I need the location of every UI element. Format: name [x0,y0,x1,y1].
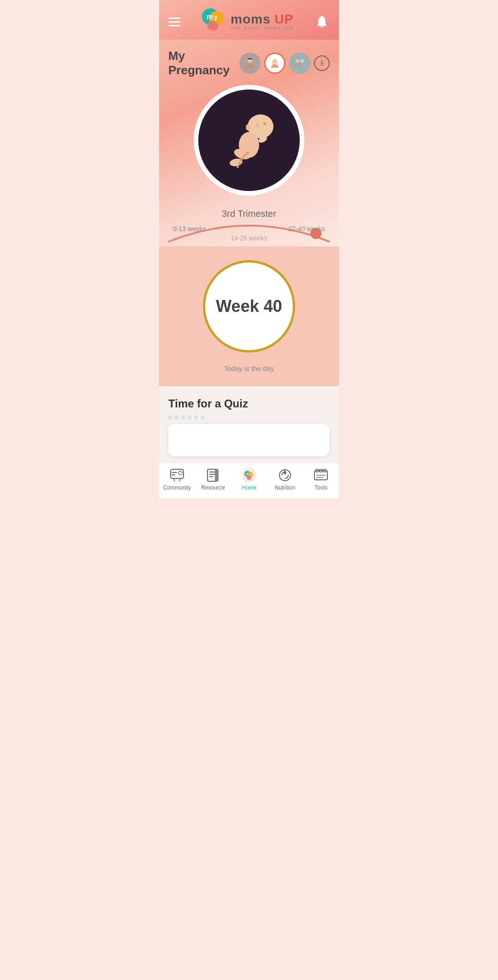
couple-icon-button[interactable] [289,53,310,74]
week-number: Week 40 [216,297,282,316]
nav-label-nutrition: Nutrition [275,484,296,491]
svg-point-32 [247,476,251,480]
nav-item-home[interactable]: m y Home [231,468,267,491]
week-range-start: 0-13 weeks [173,225,206,233]
svg-point-19 [263,122,266,125]
quiz-carousel-dots [168,416,330,419]
notification-button[interactable] [314,14,330,30]
nav-item-community[interactable]: Community [159,468,195,491]
brand-name: moms UP [231,13,294,26]
nav-label-resource: Resource [201,484,225,491]
svg-point-9 [273,59,277,63]
carousel-dot-5 [194,416,198,419]
svg-text:y: y [249,472,251,475]
info-button[interactable]: i [314,55,330,71]
svg-point-11 [300,59,304,63]
fetus-container [168,85,330,196]
section-title: My Pregnancy [168,49,239,78]
menu-button[interactable] [168,18,180,26]
icon-row: i [239,53,330,74]
logo: m y moms UP THE HAPPY MOMS APP [200,8,294,35]
carousel-dot-4 [188,416,191,419]
week-range-mid: 14-26 weeks [231,234,267,242]
svg-point-18 [255,123,259,128]
nav-label-community: Community [163,484,191,491]
quiz-card-preview[interactable] [168,424,330,456]
week-subtitle: Today is the day [224,365,274,372]
nav-label-home: Home [242,484,256,491]
tools-icon [314,468,328,483]
svg-point-2 [208,21,219,30]
nutrition-icon [278,468,292,483]
logo-text: moms UP THE HAPPY MOMS APP [231,13,294,30]
carousel-dot-2 [175,416,178,419]
svg-point-10 [296,59,299,63]
svg-point-23 [178,471,182,475]
header: m y moms UP THE HAPPY MOMS APP [159,0,339,40]
logo-icon: m y [200,8,227,35]
home-icon: m y [242,468,256,483]
resource-icon [206,468,220,483]
community-icon [170,468,184,483]
bottom-nav: Community Resource m y H [159,463,339,498]
fetus-image [194,85,304,196]
quiz-title: Time for a Quiz [168,397,330,410]
mom-icon-button[interactable] [239,53,261,74]
quiz-section: Time for a Quiz [159,386,339,463]
svg-rect-5 [317,24,326,26]
svg-point-20 [246,124,250,131]
fetus-svg [203,94,295,186]
nav-label-tools: Tools [314,484,327,491]
week-range-end: 27-40 weeks [289,225,325,233]
svg-text:y: y [214,13,218,21]
tagline: THE HAPPY MOMS APP [231,26,294,30]
svg-rect-28 [215,469,219,481]
carousel-dot-1 [168,416,172,419]
baby-icon-button[interactable] [264,53,285,74]
svg-text:m: m [246,472,248,475]
nav-item-resource[interactable]: Resource [195,468,231,491]
svg-rect-7 [248,58,252,60]
week-card[interactable]: Week 40 [203,260,295,353]
carousel-dot-3 [181,416,185,419]
week-range-labels: 0-13 weeks 27-40 weeks [159,225,339,233]
main-content: My Pregnancy [159,40,339,246]
trimester-label: 3rd Trimester [222,209,276,219]
svg-text:m: m [207,13,213,21]
nav-item-nutrition[interactable]: Nutrition [267,468,303,491]
trimester-section: 3rd Trimester 0-13 weeks 27-40 weeks 14-… [159,200,339,246]
section-header: My Pregnancy [168,49,330,78]
carousel-dot-6 [201,416,204,419]
nav-item-tools[interactable]: Tools [303,468,339,491]
week-section: Week 40 Today is the day [159,246,339,386]
